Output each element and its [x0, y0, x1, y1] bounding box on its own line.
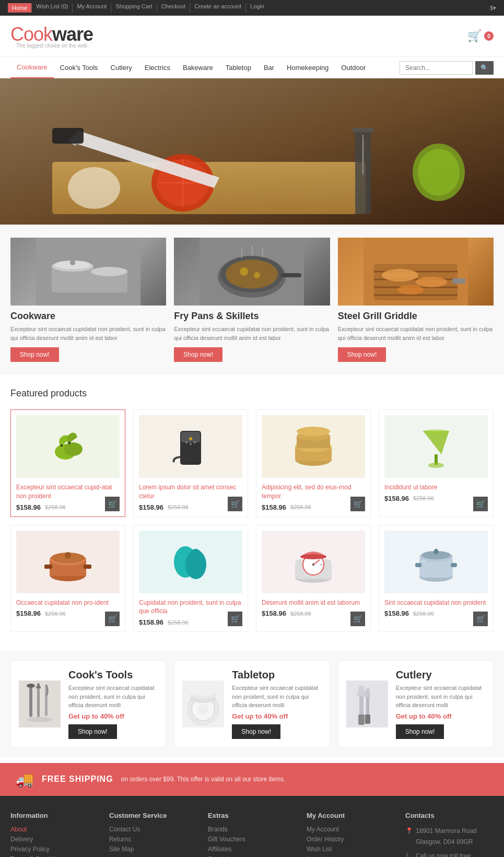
free-shipping-banner: 🚚 FREE SHIPPING on orders over $99. This…	[0, 763, 504, 796]
product-price-6: $158.96	[262, 609, 286, 617]
add-to-cart-4[interactable]: 🛒	[105, 612, 120, 626]
nav-cookstools[interactable]: Cook's Tools	[54, 57, 104, 78]
topnav-home[interactable]: Home	[8, 3, 32, 13]
svg-point-69	[65, 552, 71, 558]
nav-bar[interactable]: Bar	[257, 57, 280, 78]
add-to-cart-1[interactable]: 🛒	[228, 497, 242, 511]
promo-tabletop-desc: Excepteur sint occaecat cupidatat non pr…	[232, 684, 321, 710]
product-old-price-4: $258.96	[45, 611, 66, 617]
products-grid: Excepteur sint occaecat cupid-atat non p…	[10, 409, 494, 632]
category-cookware: Cookware Excepteur sint occaecat cupidat…	[10, 238, 166, 362]
currency-selector[interactable]: $▾	[490, 5, 496, 11]
footer-affiliates[interactable]: Affiliates	[208, 846, 296, 853]
svg-point-49	[189, 437, 192, 440]
topnav-cart[interactable]: Shopping Cart	[111, 3, 157, 13]
promo-tools-btn[interactable]: Shop now!	[68, 724, 117, 739]
svg-rect-110	[365, 714, 370, 724]
svg-point-50	[185, 441, 187, 443]
promo-cutlery-title: Cutlery	[396, 669, 485, 681]
topnav-checkout[interactable]: Checkout	[157, 3, 190, 13]
add-to-cart-7[interactable]: 🛒	[473, 612, 488, 626]
footer-contact-info: 📍 18901 Marmora Road Glasgow, D04 89GR 📞…	[405, 826, 494, 857]
cookware-shop-btn[interactable]: Shop now!	[10, 347, 59, 362]
footer-account-link[interactable]: My Account	[307, 826, 395, 833]
footer-delivery[interactable]: Delivery	[10, 836, 99, 843]
footer-privacy[interactable]: Privacy Policy	[10, 846, 99, 853]
product-image-3	[384, 415, 488, 478]
promo-cutlery-image	[346, 680, 388, 727]
nav-homekeeping[interactable]: Homekeeping	[280, 57, 335, 78]
product-prices-3: $158.96 $258.96	[384, 495, 488, 502]
footer-contacts: Contacts 📍 18901 Marmora Road Glasgow, D…	[405, 812, 494, 857]
nav-bakeware[interactable]: Bakeware	[177, 57, 219, 78]
cookware-image	[10, 238, 166, 306]
add-to-cart-0[interactable]: 🛒	[105, 497, 120, 511]
cookware-desc: Excepteur sint occaecat cupidatat non pr…	[10, 325, 166, 342]
top-bar: Home Wish List (0) My Account Shopping C…	[0, 0, 504, 16]
promo-tabletop-discount: Get up to 40% off	[232, 712, 321, 720]
frypans-shop-btn[interactable]: Shop now!	[174, 347, 222, 362]
footer-sitemap[interactable]: Site Map	[109, 846, 197, 853]
product-image-4	[16, 531, 120, 593]
footer-wishlist[interactable]: Wish List	[307, 846, 395, 853]
promo-tabletop-btn[interactable]: Shop now!	[232, 724, 280, 739]
product-name-7: Sint occaecat cupidatat non proident	[384, 598, 488, 607]
nav-electrics[interactable]: Electrics	[138, 57, 177, 78]
svg-point-22	[70, 260, 75, 265]
search-input[interactable]	[400, 61, 473, 75]
product-svg-1	[165, 420, 217, 473]
footer-order-history[interactable]: Order History	[307, 836, 395, 843]
topnav-login[interactable]: Login	[246, 3, 268, 13]
topnav-account[interactable]: My Account	[73, 3, 111, 13]
footer-contact[interactable]: Contact Us	[109, 826, 197, 833]
footer-about[interactable]: About	[10, 826, 99, 833]
search-button[interactable]: 🔍	[475, 61, 494, 75]
footer-brands[interactable]: Brands	[208, 826, 296, 833]
category-banners: Cookware Excepteur sint occaecat cupidat…	[0, 225, 504, 375]
cookware-title: Cookware	[10, 311, 166, 322]
logo[interactable]: Cookware	[10, 24, 93, 45]
svg-point-30	[240, 267, 248, 276]
product-price-1: $158.96	[139, 503, 163, 511]
add-to-cart-3[interactable]: 🛒	[473, 497, 488, 511]
svg-point-9	[68, 167, 120, 209]
svg-rect-32	[280, 273, 301, 277]
svg-point-25	[91, 267, 127, 276]
promo-tools-discount: Get up to 40% off	[68, 712, 158, 720]
promo-cutlery-content: Cutlery Excepteur sint occaecat cupidata…	[396, 669, 485, 739]
svg-rect-89	[415, 563, 421, 567]
grill-shop-btn[interactable]: Shop now!	[338, 347, 386, 362]
promo-cutlery-btn[interactable]: Shop now!	[396, 724, 444, 739]
product-name-5: Cupidatat non proident, sunt in culpa qu…	[139, 598, 242, 616]
product-card-5: Cupidatat non proident, sunt in culpa qu…	[133, 525, 248, 632]
topnav-wishlist[interactable]: Wish List (0)	[32, 3, 73, 13]
promo-tools-title: Cook's Tools	[68, 669, 158, 681]
product-card-6: Deserunt mollit anim id est laborum $158…	[256, 525, 371, 632]
product-svg-6	[287, 536, 339, 588]
footer-information: Information About Delivery Privacy Polic…	[10, 812, 99, 857]
add-to-cart-5[interactable]: 🛒	[228, 612, 242, 626]
svg-rect-42	[452, 278, 465, 284]
nav-cutlery[interactable]: Cutlery	[104, 57, 138, 78]
topnav-create[interactable]: Create an account	[190, 3, 246, 13]
footer-returns[interactable]: Returns	[109, 836, 197, 843]
nav-cookware[interactable]: Cookware	[10, 57, 54, 78]
footer: Information About Delivery Privacy Polic…	[0, 796, 504, 857]
footer-gift-vouchers[interactable]: Gift Vouchers	[208, 836, 296, 843]
nav-outdoor[interactable]: Outdoor	[335, 57, 372, 78]
product-prices-0: $158.96 $258.96	[16, 503, 120, 511]
add-to-cart-2[interactable]: 🛒	[350, 497, 365, 511]
product-old-price-2: $258.96	[290, 504, 311, 510]
product-name-3: Incididunt ut labore	[384, 483, 488, 492]
frypans-svg	[200, 238, 304, 306]
nav-tabletop[interactable]: Tabletop	[219, 57, 257, 78]
cart-widget[interactable]: 🛒 0	[467, 29, 494, 43]
add-to-cart-6[interactable]: 🛒	[350, 612, 365, 626]
product-image-6	[262, 531, 365, 593]
promo-tabletop-title: Tabletop	[232, 669, 321, 681]
svg-point-45	[61, 444, 63, 447]
product-price-7: $158.96	[384, 609, 409, 617]
product-old-price-1: $258.96	[168, 504, 189, 510]
svg-point-58	[297, 427, 330, 436]
location-icon: 📍	[405, 826, 413, 837]
